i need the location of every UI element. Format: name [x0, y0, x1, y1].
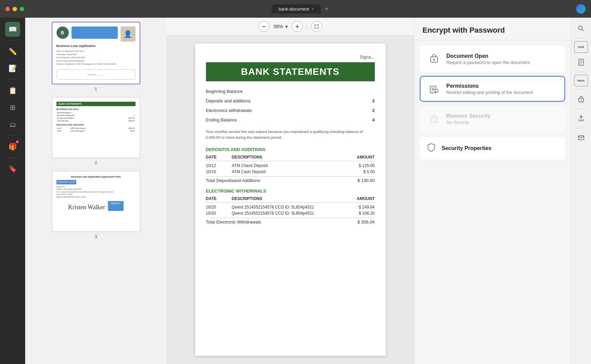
elec-date-1: 10/20: [206, 205, 226, 210]
ending-balance-label: Ending Balance: [206, 116, 237, 124]
highlight-icon: ✏️: [9, 47, 17, 55]
blue-bar: [71, 27, 118, 39]
deposits-section-title: DEPOSITIS AND ADDITIONS: [206, 147, 375, 152]
remove-security-desc: No Security: [446, 120, 558, 125]
pdfa-label: PDF/A: [577, 80, 585, 82]
thumb-card-1[interactable]: B 👤 Business Loan Application Name of Ap…: [52, 22, 140, 84]
zoom-in-button[interactable]: [292, 21, 303, 32]
document-open-text: Document Open Require a password to open…: [446, 53, 558, 65]
thumb-label-1: 1: [95, 86, 97, 92]
photo-placeholder: 👤: [121, 27, 135, 42]
ocr-button[interactable]: OCR: [574, 41, 588, 53]
sidebar-item-reader[interactable]: 📖: [5, 22, 20, 37]
page3-title: Personal Loan Application Agreement Form: [57, 176, 135, 178]
elec-desc-1: Qwest 2514552154578 CCD ID: 5L854p4521: [232, 205, 342, 210]
svg-point-13: [433, 119, 435, 121]
elec-date-2: 10/20: [206, 211, 226, 216]
pdf-content: Signa... BANK STATEMENTS Beginning Balan…: [166, 35, 414, 364]
tab-close-button[interactable]: ×: [312, 7, 314, 11]
electronics-instalment: 2: [372, 107, 374, 114]
annotate-icon: 📝: [9, 64, 17, 72]
thumb-label-3: 3: [95, 234, 97, 239]
page2-header: BANK STATEMENTS: [57, 102, 135, 106]
descriptions-header: DESCRIPTIONS: [232, 155, 342, 160]
sidebar-divider-2: [7, 79, 18, 80]
mail-button[interactable]: [574, 131, 588, 145]
sidebar-item-layers[interactable]: 🗂: [5, 117, 20, 132]
svg-text:+: +: [435, 90, 437, 93]
document-open-option[interactable]: Document Open Require a password to open…: [420, 46, 565, 72]
thumbnail-3[interactable]: Personal Loan Application Agreement Form…: [29, 171, 162, 239]
deposit-row-1: 10/12 ATM Check Deposit $ 125.00: [206, 163, 375, 169]
scan-button[interactable]: [574, 55, 588, 69]
thumbnail-2[interactable]: BANK STATEMENTS BEGINNING BALANCE Beginn…: [29, 97, 162, 165]
zoom-display: 58% ▾: [273, 24, 287, 29]
security-properties-option[interactable]: Security Properties: [420, 137, 565, 160]
elec-desc-2: Qwest 2514552154578 CCD ID. 5L854p4521: [232, 211, 342, 216]
minimize-button[interactable]: [13, 7, 17, 11]
pdf-page: Signa... BANK STATEMENTS Beginning Balan…: [195, 44, 386, 356]
zoom-out-button[interactable]: [258, 21, 269, 32]
share-button[interactable]: [574, 112, 588, 125]
sidebar-item-pages[interactable]: 📋: [5, 83, 20, 98]
deposits-total: Total Depositsand Additions $ 130.00: [206, 176, 375, 183]
page3-content: PERSONAL LOAN Janney Wu Address: 12th Av…: [57, 180, 135, 199]
thumbnail-panel: B 👤 Business Loan Application Name of Ap…: [25, 18, 166, 364]
security-properties-title: Security Properties: [442, 145, 492, 151]
sidebar-item-compare[interactable]: ⊞: [5, 100, 20, 115]
company-logo: B: [57, 27, 69, 39]
thumb-card-2[interactable]: BANK STATEMENTS BEGINNING BALANCE Beginn…: [52, 97, 140, 158]
document-open-desc: Require a password to open the document: [446, 60, 558, 65]
electronics-label: Electronics withdrawals: [206, 107, 252, 114]
thumb-card-3[interactable]: Personal Loan Application Agreement Form…: [52, 171, 140, 232]
remove-security-text: Remove Security No Security: [446, 113, 558, 125]
encrypt-panel-header: Encrypt with Password: [414, 18, 571, 40]
remove-security-option[interactable]: Remove Security No Security: [420, 106, 565, 132]
date-header: DATE: [206, 155, 226, 160]
sidebar-item-annotate[interactable]: 📝: [5, 61, 20, 76]
sidebar-divider-right-3: [576, 89, 586, 89]
maximize-button[interactable]: [20, 7, 24, 11]
lock-button[interactable]: [574, 92, 588, 106]
permissions-desc: Restrict editing and printing of the doc…: [446, 90, 558, 95]
sidebar-item-highlight[interactable]: ✏️: [5, 44, 20, 59]
thumbnail-1[interactable]: B 👤 Business Loan Application Name of Ap…: [29, 22, 162, 92]
reader-icon: 📖: [9, 25, 17, 33]
electronics-section-title: ELECTRONIC WITHDRWALS: [206, 188, 375, 194]
close-button[interactable]: [5, 7, 10, 11]
page1-title: Business Loan Application: [57, 44, 135, 48]
tab-bar: bank-document × +: [31, 4, 572, 14]
active-tab[interactable]: bank-document ×: [272, 4, 321, 14]
permissions-option[interactable]: + Permissions Restrict editing and print…: [420, 76, 565, 102]
layers-icon: 🗂: [9, 121, 16, 129]
elec-row-2: 10/20 Qwest 2514552154578 CCD ID. 5L854p…: [206, 210, 375, 216]
beginning-balance-label: Beginning Balance: [206, 88, 243, 95]
deposit-date-1: 10/12: [206, 163, 226, 168]
deposits-label: Deposits and additions: [206, 97, 251, 105]
sidebar-item-gift[interactable]: 🎁: [5, 139, 20, 154]
fit-page-button[interactable]: [311, 21, 322, 32]
page1-header: B 👤: [57, 27, 135, 42]
zoom-dropdown-icon[interactable]: ▾: [285, 24, 288, 29]
sidebar-item-bookmark[interactable]: 🔖: [5, 161, 20, 176]
search-button[interactable]: [574, 22, 588, 35]
svg-point-21: [580, 100, 581, 101]
sidebar-divider-1: [7, 40, 18, 40]
balance-table: Beginning Balance Deposits and additions…: [206, 87, 375, 125]
remove-security-title: Remove Security: [446, 113, 558, 119]
elec-row-1: 10/20 Qwest 2514552154578 CCD ID: 5L854p…: [206, 204, 375, 210]
thumb-label-2: 2: [95, 160, 97, 165]
bookmark-icon: 🔖: [9, 165, 17, 173]
svg-point-14: [578, 26, 582, 30]
permissions-title: Permissions: [446, 83, 558, 89]
toolbar-divider: [307, 22, 307, 31]
electronics-total-label: Total Electronic Withdrawals: [206, 219, 261, 225]
pdfa-button[interactable]: PDF/A: [574, 75, 588, 86]
main-layout: 📖 ✏️ 📝 📋 ⊞ 🗂 🎁 🔖: [0, 18, 591, 364]
document-open-icon: [427, 52, 441, 66]
left-sidebar: 📖 ✏️ 📝 📋 ⊞ 🗂 🎁 🔖: [0, 18, 25, 364]
page2-deposits-table: 10/12ATM Check Deposit$125.00 10/16ATM C…: [57, 127, 135, 133]
new-tab-button[interactable]: +: [322, 4, 331, 14]
encrypt-panel: Encrypt with Password Document Open Requ…: [414, 18, 571, 364]
deposit-amount-2: $ 5.00: [348, 169, 375, 174]
